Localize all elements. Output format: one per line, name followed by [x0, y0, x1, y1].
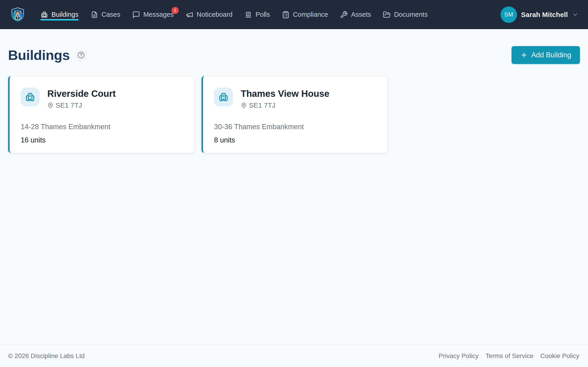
vote-check-icon — [244, 11, 252, 19]
file-text-icon — [90, 11, 98, 19]
nav-label: Compliance — [293, 11, 328, 18]
building-postcode: SE1 7TJ — [56, 102, 82, 109]
building-location: SE1 7TJ — [47, 102, 116, 109]
footer-link-terms-of-service[interactable]: Terms of Service — [485, 352, 534, 360]
nav-label: Documents — [394, 11, 428, 18]
nav-item-noticeboard[interactable]: Noticeboard — [186, 0, 233, 29]
footer-links: Privacy Policy Terms of Service Cookie P… — [439, 352, 579, 360]
nav-label: Noticeboard — [197, 11, 233, 18]
building-card-riverside-court[interactable]: Riverside Court SE1 7TJ 14-28 Thames Emb… — [8, 76, 194, 153]
nav-item-cases[interactable]: Cases — [90, 0, 120, 29]
page-title: Buildings — [8, 47, 70, 63]
help-button[interactable] — [75, 49, 87, 61]
building-icon — [25, 92, 36, 102]
main-content: Buildings Add Building Riverside Court S… — [0, 29, 588, 345]
nav-label: Cases — [102, 11, 120, 18]
user-name: Sarah Mitchell — [521, 11, 568, 19]
chevron-down-icon — [572, 11, 578, 18]
add-building-label: Add Building — [531, 51, 571, 59]
building-icon-box — [21, 88, 40, 106]
page-footer: © 2026 Discipline Labs Ltd Privacy Polic… — [0, 345, 588, 367]
nav-label: Messages — [143, 11, 174, 18]
clipboard-list-icon — [282, 11, 290, 19]
message-square-icon — [132, 11, 140, 19]
nav-label: Buildings — [52, 11, 78, 18]
wrench-icon — [340, 11, 348, 19]
nav-label: Polls — [255, 11, 270, 18]
folder-icon — [383, 11, 391, 19]
user-menu[interactable]: SM Sarah Mitchell — [501, 6, 578, 23]
nav-item-buildings[interactable]: Buildings — [40, 0, 78, 29]
footer-link-cookie-policy[interactable]: Cookie Policy — [540, 352, 579, 360]
card-title-block: Riverside Court SE1 7TJ — [47, 88, 116, 109]
building-name: Thames View House — [241, 89, 329, 98]
plus-icon — [520, 51, 527, 59]
footer-link-privacy-policy[interactable]: Privacy Policy — [439, 352, 479, 360]
card-header: Thames View House SE1 7TJ — [214, 88, 376, 109]
nav-item-compliance[interactable]: Compliance — [282, 0, 328, 29]
building-card-thames-view-house[interactable]: Thames View House SE1 7TJ 30-36 Thames E… — [201, 76, 388, 153]
nav-label: Assets — [351, 11, 371, 18]
page-header: Buildings Add Building — [8, 46, 580, 64]
building-postcode: SE1 7TJ — [249, 102, 275, 109]
building-units-count: 8 units — [214, 136, 376, 144]
building-address: 14-28 Thames Embankment — [21, 123, 183, 131]
top-navigation: Buildings Cases Messages 1 Noticeboard P… — [0, 0, 588, 29]
nav-item-assets[interactable]: Assets — [340, 0, 371, 29]
active-tab-underline — [40, 19, 78, 20]
messages-badge: 1 — [172, 7, 179, 14]
map-pin-icon — [47, 102, 53, 108]
shield-logo-icon — [10, 7, 26, 23]
card-header: Riverside Court SE1 7TJ — [21, 88, 183, 109]
help-circle-icon — [78, 51, 85, 59]
avatar: SM — [501, 6, 517, 23]
copyright: © 2026 Discipline Labs Ltd — [8, 352, 85, 360]
building-name: Riverside Court — [47, 89, 116, 98]
card-title-block: Thames View House SE1 7TJ — [241, 88, 329, 109]
building-address: 30-36 Thames Embankment — [214, 123, 376, 131]
add-building-button[interactable]: Add Building — [511, 46, 580, 64]
building-icon — [218, 92, 229, 102]
buildings-grid: Riverside Court SE1 7TJ 14-28 Thames Emb… — [8, 76, 580, 153]
nav-item-documents[interactable]: Documents — [383, 0, 428, 29]
nav-item-messages[interactable]: Messages 1 — [132, 0, 174, 29]
building-icon-box — [214, 88, 233, 106]
primary-nav: Buildings Cases Messages 1 Noticeboard P… — [40, 0, 428, 29]
building-icon — [40, 11, 48, 19]
map-pin-icon — [241, 102, 247, 108]
brand-logo[interactable] — [10, 7, 26, 23]
building-location: SE1 7TJ — [241, 102, 329, 109]
nav-item-polls[interactable]: Polls — [244, 0, 270, 29]
building-units-count: 16 units — [21, 136, 183, 144]
megaphone-icon — [186, 11, 193, 19]
